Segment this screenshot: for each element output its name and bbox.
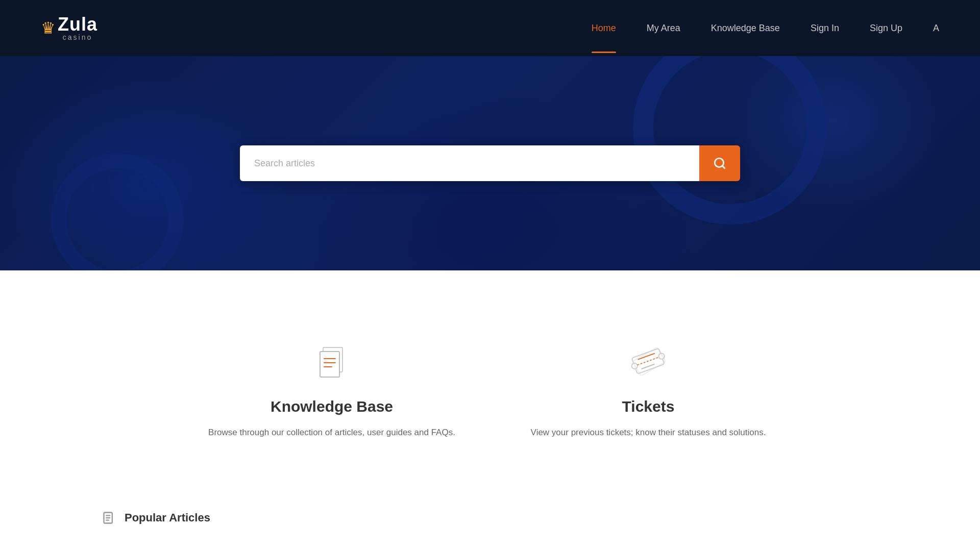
logo[interactable]: ♛ Zula casino: [41, 15, 97, 41]
svg-rect-13: [632, 347, 666, 376]
cards-section: Knowledge Base Browse through our collec…: [0, 301, 980, 500]
tickets-card[interactable]: Tickets View your previous tickets; know…: [490, 321, 806, 460]
search-wrapper: [240, 145, 740, 181]
search-input[interactable]: [240, 145, 699, 181]
knowledge-base-title: Knowledge Base: [271, 398, 393, 415]
nav-knowledge-base[interactable]: Knowledge Base: [711, 23, 780, 34]
main-content: Knowledge Base Browse through our collec…: [0, 270, 980, 551]
tickets-icon: [628, 342, 669, 383]
knowledge-base-desc: Browse through our collection of article…: [208, 425, 455, 439]
logo-brand: Zula: [58, 15, 97, 34]
popular-articles-title: Popular Articles: [125, 511, 210, 524]
popular-articles-section: Popular Articles: [0, 500, 980, 525]
tickets-desc: View your previous tickets; know their s…: [531, 425, 766, 439]
crown-icon: ♛: [41, 20, 56, 36]
logo-sub: casino: [58, 34, 97, 41]
hero-section: [0, 56, 980, 270]
svg-rect-3: [320, 352, 339, 377]
nav-account[interactable]: A: [933, 23, 939, 34]
search-button[interactable]: [699, 145, 740, 181]
svg-line-1: [722, 166, 725, 168]
knowledge-base-card[interactable]: Knowledge Base Browse through our collec…: [174, 321, 490, 460]
nav-sign-up[interactable]: Sign Up: [870, 23, 902, 34]
nav-home[interactable]: Home: [592, 23, 616, 34]
nav-sign-in[interactable]: Sign In: [811, 23, 839, 34]
knowledge-base-icon: [311, 342, 352, 383]
main-nav: Home My Area Knowledge Base Sign In Sign…: [592, 23, 939, 34]
articles-icon: [102, 511, 116, 525]
header: ♛ Zula casino Home My Area Knowledge Bas…: [0, 0, 980, 56]
search-bar: [240, 145, 740, 181]
tickets-title: Tickets: [622, 398, 675, 415]
search-icon: [713, 157, 726, 170]
nav-my-area[interactable]: My Area: [647, 23, 680, 34]
